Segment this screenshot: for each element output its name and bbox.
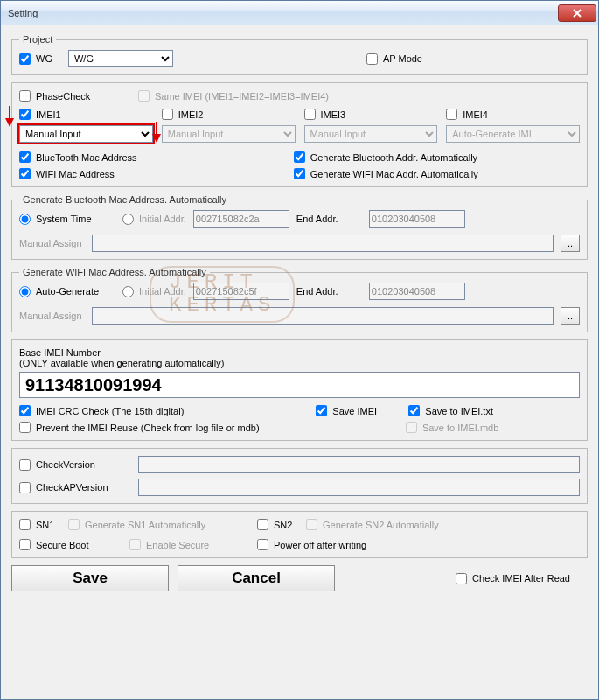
window-title: Setting <box>8 8 558 18</box>
imei-crc-checkbox[interactable]: IMEI CRC Check (The 15th digital) <box>19 405 310 416</box>
sn2-checkbox[interactable]: SN2 <box>257 519 301 530</box>
save-imei-txt-checkbox[interactable]: Save to IMEI.txt <box>408 405 493 416</box>
prevent-reuse-checkbox[interactable]: Prevent the IMEI Reuse (Check from log f… <box>19 422 400 433</box>
phasecheck-checkbox[interactable]: PhaseCheck <box>19 90 133 102</box>
wifi-end-addr-label: End Addr. <box>296 286 362 297</box>
bt-generate-legend: Generate Bluetooth Mac Address. Automati… <box>19 194 230 205</box>
bt-initial-addr-input <box>193 210 289 228</box>
wifi-initial-addr-input <box>193 283 289 300</box>
imei4-mode-select: Auto-Generate IMI <box>446 125 580 143</box>
settings-window: Setting JERIT KERTAS Project WG W/G <box>0 0 599 700</box>
check-imei-after-read-checkbox[interactable]: Check IMEI After Read <box>456 573 570 584</box>
sn-section: SN1 Generate SN1 Automatically SN2 Gener… <box>11 511 588 558</box>
imei-section: PhaseCheck Same IMEI (IMEI1=IMEI2=IMEI3=… <box>11 82 588 187</box>
titlebar: Setting <box>1 1 598 25</box>
wg-select[interactable]: W/G <box>68 50 173 67</box>
bt-system-time-radio[interactable]: System Time <box>19 214 115 225</box>
wifi-manual-assign-input <box>92 307 554 325</box>
imei1-mode-select[interactable]: Manual Input <box>19 125 153 143</box>
secure-boot-checkbox[interactable]: Secure Boot <box>19 539 124 550</box>
project-legend: Project <box>19 34 56 45</box>
power-off-checkbox[interactable]: Power off after writing <box>257 539 366 550</box>
sn1-checkbox[interactable]: SN1 <box>19 519 63 530</box>
cancel-button[interactable]: Cancel <box>178 565 335 592</box>
content-area: JERIT KERTAS Project WG W/G AP Mode <box>1 25 598 699</box>
same-imei-checkbox: Same IMEI (IMEI1=IMEI2=IMEI3=IMEI4) <box>138 90 329 102</box>
ap-mode-checkbox[interactable]: AP Mode <box>366 53 422 65</box>
check-version-checkbox[interactable]: CheckVersion <box>19 459 133 471</box>
save-imei-mdb-checkbox: Save to IMEI.mdb <box>406 422 498 433</box>
wifi-auto-checkbox[interactable]: Generate WIFI Mac Addr. Automatically <box>294 168 478 179</box>
version-section: CheckVersion CheckAPVersion <box>11 448 588 504</box>
close-button[interactable] <box>558 4 596 22</box>
gen-sn1-checkbox: Generate SN1 Automatically <box>68 519 252 530</box>
base-imei-title: Base IMEI Number <box>19 347 580 358</box>
check-ap-version-checkbox[interactable]: CheckAPVersion <box>19 482 133 494</box>
bt-manual-assign-label: Manual Assign <box>19 238 85 248</box>
imei3-checkbox[interactable]: IMEI3 <box>304 108 438 120</box>
wifi-manual-assign-label: Manual Assign <box>19 311 85 321</box>
project-group: Project WG W/G AP Mode <box>11 34 588 75</box>
red-arrow-2-icon <box>156 122 157 134</box>
wifi-browse-button[interactable]: .. <box>561 307 580 325</box>
red-arrow-1-head-icon <box>5 118 14 127</box>
red-arrow-1-icon <box>9 106 10 118</box>
base-imei-input[interactable] <box>19 372 580 398</box>
bt-browse-button[interactable]: .. <box>561 234 580 252</box>
wifi-mac-checkbox[interactable]: WIFI Mac Address <box>19 168 289 179</box>
close-icon <box>573 9 582 18</box>
wifi-auto-generate-radio[interactable]: Auto-Generate <box>19 286 115 298</box>
check-ap-version-input <box>138 479 580 496</box>
save-button[interactable]: Save <box>11 565 169 592</box>
bt-end-addr-input <box>369 210 465 228</box>
bluetooth-auto-checkbox[interactable]: Generate Bluetooth Addr. Automatically <box>294 151 477 163</box>
gen-sn2-checkbox: Generate SN2 Automatially <box>306 519 439 530</box>
wifi-generate-legend: Generate WIFI Mac Address. Automatically <box>19 267 210 277</box>
imei2-mode-select: Manual Input <box>162 125 296 143</box>
wifi-end-addr-input <box>369 283 465 300</box>
wifi-initial-addr-radio[interactable]: Initial Addr. <box>122 286 186 298</box>
imei2-checkbox[interactable]: IMEI2 <box>162 108 296 120</box>
red-arrow-2-head-icon <box>152 134 161 143</box>
check-version-input <box>138 456 580 473</box>
bt-end-addr-label: End Addr. <box>296 214 362 224</box>
bt-manual-assign-input <box>92 234 554 252</box>
imei3-mode-select: Manual Input <box>304 125 438 143</box>
bt-generate-group: Generate Bluetooth Mac Address. Automati… <box>11 194 588 260</box>
base-imei-subtitle: (ONLY available when generating automati… <box>19 358 580 368</box>
footer: Save Cancel Check IMEI After Read <box>11 565 588 592</box>
bt-initial-addr-radio[interactable]: Initial Addr. <box>122 214 186 225</box>
bluetooth-mac-checkbox[interactable]: BlueTooth Mac Address <box>19 151 289 163</box>
base-imei-section: Base IMEI Number (ONLY available when ge… <box>11 340 588 441</box>
wg-checkbox[interactable]: WG <box>19 53 52 65</box>
save-imei-checkbox[interactable]: Save IMEI <box>316 405 403 416</box>
imei4-checkbox[interactable]: IMEI4 <box>446 108 580 120</box>
imei1-checkbox[interactable]: IMEI1 <box>19 108 153 120</box>
wifi-generate-group: Generate WIFI Mac Address. Automatically… <box>11 267 588 332</box>
enable-secure-checkbox: Enable Secure <box>129 539 252 550</box>
